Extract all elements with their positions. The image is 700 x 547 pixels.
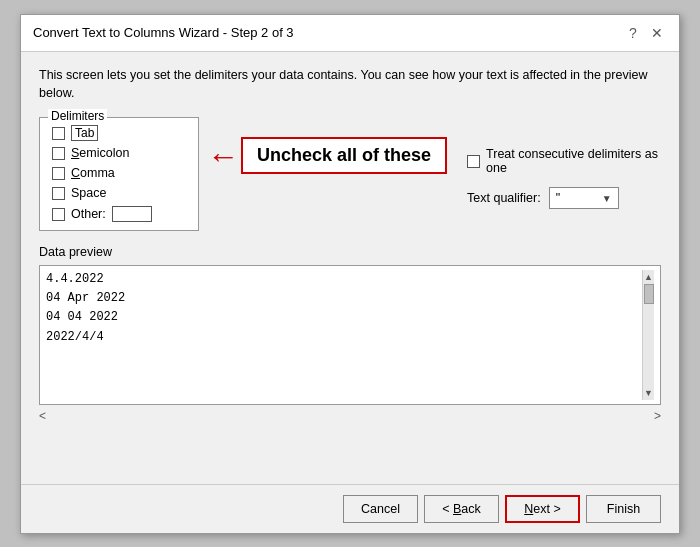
other-input[interactable] xyxy=(112,206,152,222)
content-area: Delimiters Tab Semicolon Comma xyxy=(39,117,661,231)
qualifier-label: Text qualifier: xyxy=(467,191,541,205)
preview-line-1: 4.4.2022 xyxy=(46,270,642,289)
checkbox-consecutive[interactable] xyxy=(467,155,480,168)
delimiter-space-row: Space xyxy=(52,186,186,200)
checkbox-other[interactable] xyxy=(52,208,65,221)
vertical-scrollbar[interactable]: ▲ ▼ xyxy=(642,270,654,400)
delimiter-tab-label: Tab xyxy=(71,126,98,140)
preview-line-2: 04 Apr 2022 xyxy=(46,289,642,308)
dialog-window: Convert Text to Columns Wizard - Step 2 … xyxy=(20,14,680,534)
annotation-bubble: Uncheck all of these xyxy=(241,137,447,174)
consecutive-label: Treat consecutive delimiters as one xyxy=(486,147,661,175)
delimiter-other-label: Other: xyxy=(71,207,106,221)
scroll-up-icon[interactable]: ▲ xyxy=(642,270,655,284)
checkbox-comma[interactable] xyxy=(52,167,65,180)
data-preview-section: Data preview 4.4.2022 04 Apr 2022 04 04 … xyxy=(39,245,661,470)
cancel-button[interactable]: Cancel xyxy=(343,495,418,523)
next-button[interactable]: Next > xyxy=(505,495,580,523)
qualifier-select[interactable]: " ▼ xyxy=(549,187,619,209)
back-label: < Back xyxy=(442,502,481,516)
scroll-down-icon[interactable]: ▼ xyxy=(642,386,655,400)
dialog-footer: Cancel < Back Next > Finish xyxy=(21,484,679,533)
help-button[interactable]: ? xyxy=(623,23,643,43)
preview-bottom-bar: < > xyxy=(39,407,661,425)
preview-content: 4.4.2022 04 Apr 2022 04 04 2022 2022/4/4 xyxy=(46,270,642,400)
right-options: Treat consecutive delimiters as one Text… xyxy=(467,147,661,231)
preview-box: 4.4.2022 04 Apr 2022 04 04 2022 2022/4/4… xyxy=(39,265,661,405)
scroll-right-icon[interactable]: > xyxy=(654,409,661,423)
close-button[interactable]: ✕ xyxy=(647,23,667,43)
annotation-text: Uncheck all of these xyxy=(257,145,431,165)
title-icons: ? ✕ xyxy=(623,23,667,43)
checkbox-semicolon[interactable] xyxy=(52,147,65,160)
consecutive-row: Treat consecutive delimiters as one xyxy=(467,147,661,175)
data-preview-label: Data preview xyxy=(39,245,661,259)
delimiter-comma-row: Comma xyxy=(52,166,186,180)
delimiters-label: Delimiters xyxy=(48,109,107,123)
scroll-track xyxy=(644,284,654,386)
checkbox-space[interactable] xyxy=(52,187,65,200)
delimiter-comma-label: Comma xyxy=(71,166,115,180)
scroll-left-icon[interactable]: < xyxy=(39,409,46,423)
dialog-body: This screen lets you set the delimiters … xyxy=(21,52,679,484)
checkbox-tab[interactable] xyxy=(52,127,65,140)
delimiter-space-label: Space xyxy=(71,186,106,200)
delimiter-tab-row: Tab xyxy=(52,126,186,140)
red-arrow-icon: ← xyxy=(207,140,239,172)
back-button[interactable]: < Back xyxy=(424,495,499,523)
delimiters-box: Delimiters Tab Semicolon Comma xyxy=(39,117,199,231)
next-label: Next > xyxy=(524,502,560,516)
description-text: This screen lets you set the delimiters … xyxy=(39,66,661,104)
qualifier-dropdown-icon: ▼ xyxy=(602,193,612,204)
dialog-title: Convert Text to Columns Wizard - Step 2 … xyxy=(33,25,294,40)
preview-line-4: 2022/4/4 xyxy=(46,328,642,347)
qualifier-row: Text qualifier: " ▼ xyxy=(467,187,661,209)
delimiter-semicolon-row: Semicolon xyxy=(52,146,186,160)
preview-line-3: 04 04 2022 xyxy=(46,308,642,327)
qualifier-value: " xyxy=(556,191,598,205)
finish-button[interactable]: Finish xyxy=(586,495,661,523)
delimiter-other-row: Other: xyxy=(52,206,186,222)
delimiter-semicolon-label: Semicolon xyxy=(71,146,129,160)
title-bar: Convert Text to Columns Wizard - Step 2 … xyxy=(21,15,679,52)
scroll-thumb[interactable] xyxy=(644,284,654,304)
annotation-container: ← Uncheck all of these xyxy=(207,137,447,174)
